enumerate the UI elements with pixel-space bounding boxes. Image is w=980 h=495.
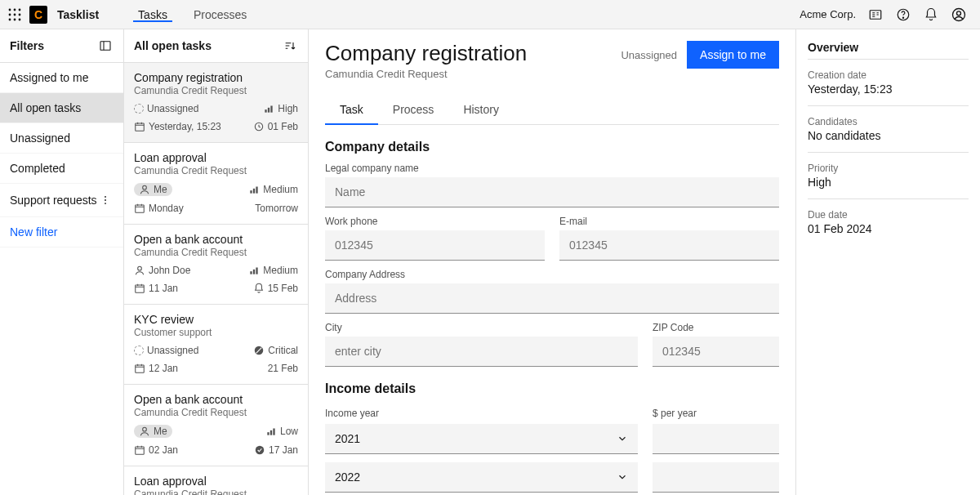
task-card[interactable]: Company registrationCamundia Credit Requ… [124, 63, 308, 143]
overview-title: Overview [808, 41, 969, 54]
priority-label: Priority [808, 163, 969, 174]
unassigned-icon [134, 346, 144, 355]
detail-main: Company registration Camundia Credit Req… [309, 29, 795, 495]
svg-point-4 [14, 13, 16, 16]
new-filter-link[interactable]: New filter [0, 217, 123, 247]
nav-tab-tasks[interactable]: Tasks [125, 8, 180, 21]
svg-point-8 [19, 18, 21, 20]
svg-rect-35 [136, 365, 145, 372]
task-card-title: Company registration [134, 71, 298, 84]
collapse-filters-icon[interactable] [97, 38, 114, 54]
filter-menu-icon[interactable] [97, 192, 114, 208]
address-input[interactable] [325, 283, 779, 314]
primary-nav: Tasks Processes [125, 8, 260, 21]
svg-point-11 [902, 17, 903, 18]
task-card[interactable]: KYC reviewCustomer supportUnassignedCrit… [124, 305, 308, 385]
task-due: 01 Feb [253, 121, 298, 132]
calendar-icon [134, 363, 145, 374]
city-input[interactable] [325, 337, 638, 367]
task-time: 02 Jan [134, 444, 178, 456]
priority-icon [253, 345, 265, 356]
income-amount-input[interactable] [653, 462, 779, 493]
calendar-icon [134, 121, 145, 132]
task-assignee: John Doe [134, 265, 190, 276]
due-date-value: 01 Feb 2024 [808, 222, 969, 235]
svg-point-17 [105, 203, 106, 204]
income-year-value: 2021 [335, 432, 360, 445]
account-icon[interactable] [951, 7, 967, 23]
task-card[interactable]: Open a bank accountCamundia Credit Reque… [124, 225, 308, 305]
filter-label: Unassigned [10, 132, 70, 145]
notifications-icon[interactable] [923, 7, 939, 23]
svg-point-6 [9, 18, 11, 20]
task-card-title: Loan approval [134, 475, 298, 488]
filter-item[interactable]: All open tasks [0, 93, 123, 123]
process-launcher-icon[interactable] [867, 7, 884, 23]
chevron-down-icon [617, 471, 628, 483]
candidates-label: Candidates [808, 116, 969, 127]
detail-tabs: Task Process History [325, 95, 779, 125]
task-card-subtitle: Camundia Credit Request [134, 247, 298, 258]
help-icon[interactable] [895, 7, 911, 23]
filter-item[interactable]: Support requests [0, 184, 123, 217]
task-card-subtitle: Customer support [134, 327, 298, 338]
org-name: Acme Corp. [800, 8, 856, 20]
task-card-title: Open a bank account [134, 393, 298, 406]
task-card-subtitle: Camundia Credit Request [134, 407, 298, 418]
task-card[interactable]: Loan approvalCamundia Credit RequestMeMe… [124, 143, 308, 225]
income-year-value: 2022 [335, 470, 360, 484]
due-date-label: Due date [808, 209, 969, 221]
priority-icon [265, 426, 277, 437]
name-label: Legal company name [325, 163, 779, 174]
chevron-down-icon [617, 433, 628, 444]
apps-icon[interactable] [7, 7, 23, 23]
svg-point-1 [14, 8, 16, 11]
priority-icon [248, 184, 260, 195]
tab-process[interactable]: Process [378, 95, 449, 124]
task-card-title: KYC review [134, 313, 298, 326]
task-priority: Low [265, 426, 298, 437]
clock-icon [253, 121, 265, 132]
svg-rect-26 [256, 187, 258, 194]
company-name-input[interactable] [325, 177, 779, 207]
svg-rect-20 [271, 106, 273, 113]
filters-header: Filters [0, 29, 123, 63]
calendar-icon [134, 444, 145, 456]
nav-tab-processes[interactable]: Processes [180, 8, 260, 21]
filter-label: All open tasks [10, 101, 81, 114]
task-assignee: Me [134, 183, 172, 196]
income-amount-input[interactable] [653, 424, 779, 454]
creation-date-value: Yesterday, 15:23 [808, 82, 969, 96]
user-icon [134, 265, 145, 276]
tab-history[interactable]: History [448, 95, 514, 124]
filter-item[interactable]: Unassigned [0, 123, 123, 154]
income-year-select[interactable]: 2022 [325, 462, 638, 493]
svg-rect-40 [136, 447, 145, 454]
svg-point-3 [9, 13, 11, 16]
svg-point-41 [256, 446, 265, 455]
sort-icon[interactable] [282, 38, 298, 54]
filter-item[interactable]: Assigned to me [0, 63, 123, 93]
header-left: C Tasklist Tasks Processes [7, 6, 260, 24]
calendar-icon [134, 203, 145, 214]
filter-label: Assigned to me [10, 71, 89, 84]
zip-input[interactable] [653, 337, 779, 367]
email-input[interactable] [559, 230, 779, 261]
income-year-select[interactable]: 2021 [325, 424, 638, 454]
calendar-icon [134, 283, 145, 294]
task-time: 11 Jan [134, 283, 178, 294]
creation-date-label: Creation date [808, 69, 969, 81]
task-card[interactable]: Open a bank accountCamundia Credit Reque… [124, 385, 308, 466]
tasklist-header: All open tasks [124, 29, 308, 63]
assign-to-me-button[interactable]: Assign to me [687, 41, 779, 69]
phone-input[interactable] [325, 230, 545, 261]
assigned-label: Unassigned [621, 49, 677, 61]
task-card[interactable]: Loan approvalCamundia Credit Request [124, 466, 308, 495]
tab-task[interactable]: Task [325, 95, 378, 124]
svg-rect-18 [265, 109, 267, 113]
filter-item[interactable]: Completed [0, 154, 123, 184]
svg-rect-37 [267, 432, 269, 435]
address-label: Company Address [325, 269, 779, 280]
svg-rect-25 [253, 189, 255, 194]
svg-rect-21 [136, 123, 145, 131]
